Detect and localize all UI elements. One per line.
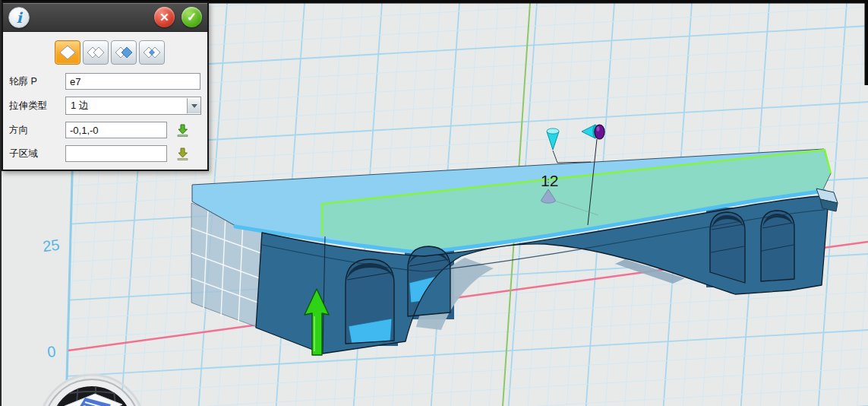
profile-input[interactable] (65, 73, 200, 90)
subregion-field-row: 子区域 (9, 145, 201, 162)
profile-field-row: 轮廓 P (9, 73, 201, 90)
axis-label-0: 0 (46, 343, 56, 360)
pick-arrow-icon (175, 147, 190, 161)
extrude-type-label: 拉伸类型 (9, 100, 65, 113)
profile-label: 轮廓 P (9, 75, 65, 88)
extrude-mode-toolbar (55, 40, 201, 65)
direction-label: 方向 (9, 124, 65, 137)
subregion-pick-button[interactable] (175, 147, 190, 161)
extrude-type-value: 1 边 (66, 99, 187, 113)
extrude-command-dialog: i ✕ ✓ (2, 2, 209, 171)
direction-pick-button[interactable] (175, 123, 190, 138)
axis-label-25: 25 (42, 236, 60, 255)
mode-profile-solid-button[interactable] (111, 40, 137, 65)
knob-highlight (597, 126, 600, 131)
pick-arrow-icon (175, 123, 190, 138)
right-border-strip (865, 0, 868, 85)
dialog-body: 轮廓 P 拉伸类型 1 边 方向 (3, 32, 207, 170)
subregion-label: 子区域 (9, 147, 65, 160)
info-icon[interactable]: i (8, 7, 30, 28)
chevron-down-icon (191, 104, 197, 108)
double-diamond-icon (87, 46, 105, 59)
dialog-header[interactable]: i ✕ ✓ (3, 3, 207, 32)
cancel-button[interactable]: ✕ (154, 7, 175, 27)
extrude-type-dropdown[interactable]: 1 边 (65, 97, 201, 115)
direction-input[interactable] (65, 122, 167, 138)
extrude-type-field-row: 拉伸类型 1 边 (9, 97, 201, 115)
confirm-button[interactable]: ✓ (181, 7, 202, 27)
direction-field-row: 方向 (9, 122, 201, 138)
subregion-input[interactable] (65, 145, 167, 162)
mode-single-profile-button[interactable] (55, 40, 80, 65)
mode-double-profile-button[interactable] (83, 40, 109, 65)
mode-profile-point-button[interactable] (139, 40, 165, 65)
cad-application-window: 25 0 (0, 0, 868, 406)
dropdown-button[interactable] (187, 98, 200, 113)
purple-knob[interactable] (595, 125, 604, 139)
diamond-blue-diamond-icon (115, 46, 133, 59)
diamond-dot-icon (143, 46, 161, 59)
single-diamond-icon (59, 45, 76, 60)
height-dimension-label: 12 (541, 172, 558, 189)
